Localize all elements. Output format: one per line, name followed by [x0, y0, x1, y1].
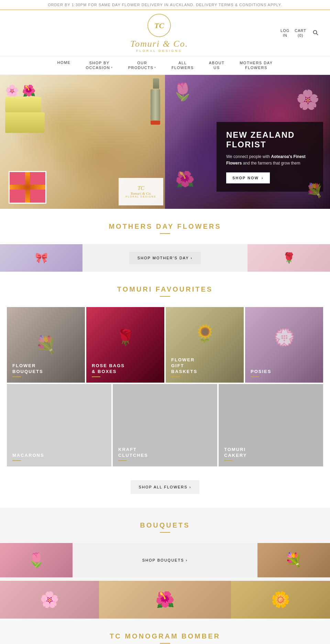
product-card-rose-bags[interactable]: ROSE BAGS& BOXES 🌹 [86, 307, 164, 383]
bouquets-divider [160, 532, 170, 533]
main-nav: HOME SHOP BY OCCASION ▾ OUR PRODUCTS ▾ A… [0, 56, 330, 75]
cake-flowers: 🌸 🌺 [5, 85, 45, 96]
flower-decor-1: 🌷 [172, 82, 193, 102]
flower-decor-3: 🌺 [175, 170, 195, 188]
mothers-day-section: MOTHERS DAY FLOWERS [0, 209, 330, 244]
announcement-bar: ORDER BY 1:30PM FOR SAME DAY FLOWER DELI… [0, 0, 330, 10]
hero-section: 🌸 🌺 TC Tomuri & Co. FLORAL DESIGN [0, 75, 330, 209]
product-card-posies[interactable]: POSIES 💮 [245, 307, 323, 383]
bouquet-img-3: 🌼 [231, 581, 330, 619]
svg-point-2 [314, 30, 317, 34]
hero-title: NEW ZEALAND FLORIST [226, 130, 314, 149]
monogram-divider [160, 643, 170, 644]
bouquets-title: BOUQUETS [7, 521, 323, 529]
occasion-dropdown-arrow: ▾ [111, 66, 113, 69]
bouquet-left-img: 🌷 [0, 543, 73, 577]
site-header: TC Tomuri & Co. FLORAL DESIGNS LOG IN CA… [0, 10, 330, 56]
svg-text:TC: TC [154, 21, 164, 30]
tomuri-box: TC Tomuri & Co. FLORAL DESIGNS [119, 178, 163, 205]
mothers-day-divider [160, 233, 170, 234]
bouquets-icon: 💐 [35, 335, 57, 355]
favourites-grid-row1: FLOWERBOUQUETS 💐 ROSE BAGS& BOXES 🌹 FLOW… [0, 307, 330, 383]
hero-description: We connect people with Aotearoa's Finest… [226, 154, 314, 167]
favourites-divider [160, 296, 170, 297]
gift-icon: 🌻 [194, 324, 216, 343]
cake-bottom-tier [5, 112, 45, 133]
gift-box [9, 171, 46, 204]
product-card-gift-baskets[interactable]: FLOWERGIFTBASKETS 🌻 [166, 307, 244, 383]
nav-item-home[interactable]: HOME [50, 56, 78, 75]
login-link[interactable]: LOG IN [280, 28, 289, 38]
bouquets-center: SHOP BOUQUETS › [73, 543, 257, 577]
announcement-text: ORDER BY 1:30PM FOR SAME DAY FLOWER DELI… [48, 3, 282, 7]
champagne-bottle [151, 78, 162, 123]
mothers-day-title: MOTHERS DAY FLOWERS [7, 223, 323, 230]
logo-name: Tomuri & Co. [130, 39, 188, 49]
posies-icon: 💮 [274, 327, 295, 347]
product-card-kraft[interactable]: KRAFTCLUTCHES [113, 384, 217, 466]
shop-all-flowers-button[interactable]: SHOP ALL FLOWERS › [131, 480, 200, 494]
shop-mothers-day-button[interactable]: SHOP MOTHER'S DAY › [129, 252, 201, 264]
nav-item-about-us[interactable]: ABOUT US [201, 56, 232, 75]
product-underline-rose [92, 376, 100, 377]
strip-right-image: 🌹 [248, 244, 330, 272]
rose-icon: 🌹 [116, 328, 135, 346]
cake-top-tier [5, 97, 41, 112]
products-dropdown-arrow: ▾ [154, 66, 156, 69]
hero-overlay: NEW ZEALAND FLORIST We connect people wi… [217, 122, 323, 191]
product-label-posies: POSIES [251, 369, 271, 375]
product-label-rose-bags: ROSE BAGS& BOXES [92, 363, 125, 375]
mothers-day-strip: 🎀 SHOP MOTHER'S DAY › 🌹 [0, 244, 330, 272]
bouquet-right-img: 💐 [257, 543, 330, 577]
bouquets-strip: 🌷 SHOP BOUQUETS › 💐 [0, 543, 330, 581]
nav-item-mothers-day[interactable]: MOTHERS DAY FLOWERS [232, 56, 280, 75]
nav-item-shop-by-occasion[interactable]: SHOP BY OCCASION ▾ [78, 56, 120, 75]
logo-emblem: TC [147, 13, 171, 37]
strip-left-image: 🎀 [0, 244, 82, 272]
flower-decor-2: 🌸 [296, 89, 320, 111]
strip-center: SHOP MOTHER'S DAY › [82, 244, 248, 272]
hero-left-panel: 🌸 🌺 TC Tomuri & Co. FLORAL DESIGN [0, 75, 165, 209]
cart-link[interactable]: CART (0) [295, 28, 306, 38]
nav-list: HOME SHOP BY OCCASION ▾ OUR PRODUCTS ▾ A… [50, 56, 280, 75]
product-underline-posies [251, 376, 259, 377]
product-underline-gift [171, 376, 180, 377]
logo-sub: FLORAL DESIGNS [136, 49, 182, 53]
flower-decor-4: 💐 [306, 182, 323, 199]
product-label-macarons: MACARONS [12, 453, 44, 459]
bouquets-section: BOUQUETS [0, 508, 330, 543]
search-button[interactable] [311, 29, 320, 38]
bouquet-img-2: 🌺 [99, 581, 231, 619]
favourites-grid-row2: MACARONS KRAFTCLUTCHES TOMURICAKERY [0, 383, 330, 466]
monogram-title: TC MONOGRAM BOMBER [7, 632, 323, 640]
cake-decoration: 🌸 🌺 [5, 85, 45, 133]
product-card-cakery[interactable]: TOMURICAKERY [219, 384, 323, 466]
shop-now-button[interactable]: SHOP NOW › [226, 172, 270, 183]
product-card-macarons[interactable]: MACARONS [7, 384, 111, 466]
svg-line-3 [317, 33, 318, 35]
product-card-flower-bouquets[interactable]: FLOWERBOUQUETS 💐 [7, 307, 85, 383]
bouquets-bottom-images: 🌸 🌺 🌼 [0, 581, 330, 619]
shop-all-container: SHOP ALL FLOWERS › [0, 466, 330, 508]
product-underline-kraft [118, 460, 127, 461]
monogram-section: TC MONOGRAM BOMBER [0, 619, 330, 644]
favourites-section: TOMURI FAVOURITES [0, 272, 330, 307]
product-underline-bouquets [12, 376, 21, 377]
nav-item-all-flowers[interactable]: ALL FLOWERS [164, 56, 201, 75]
bouquet-img-1: 🌸 [0, 581, 99, 619]
product-label-gift-baskets: FLOWERGIFTBASKETS [171, 357, 197, 375]
product-label-flower-bouquets: FLOWERBOUQUETS [12, 363, 43, 375]
favourites-title: TOMURI FAVOURITES [7, 285, 323, 293]
site-logo[interactable]: TC Tomuri & Co. FLORAL DESIGNS [38, 13, 280, 53]
product-label-kraft: KRAFTCLUTCHES [118, 447, 148, 459]
header-actions: LOG IN CART (0) [280, 28, 320, 38]
search-icon [313, 30, 318, 35]
shop-bouquets-button[interactable]: SHOP BOUQUETS › [134, 553, 196, 567]
nav-item-our-products[interactable]: OUR PRODUCTS ▾ [121, 56, 164, 75]
product-underline-cakery [224, 460, 233, 461]
product-label-cakery: TOMURICAKERY [224, 447, 247, 459]
product-underline-macarons [12, 460, 21, 461]
ribbon-vertical [25, 172, 30, 203]
